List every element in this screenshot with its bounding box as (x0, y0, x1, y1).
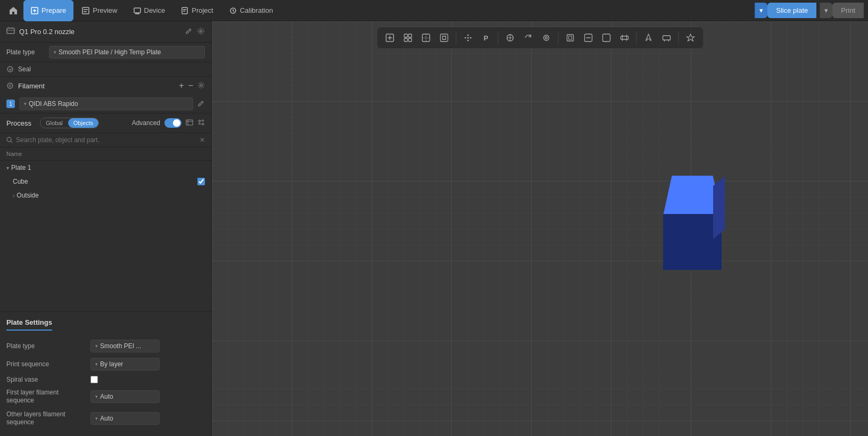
home-button[interactable] (4, 2, 22, 20)
setting-other-layers-row: Other layers filament sequence ▾ Auto (6, 408, 205, 430)
printer-gear-icon[interactable] (197, 27, 205, 37)
filament-edit-icon[interactable] (197, 100, 205, 109)
svg-rect-23 (440, 34, 448, 42)
filament-add-button[interactable]: + (179, 81, 184, 91)
toolbar-cut[interactable] (417, 29, 434, 46)
filament-name-dropdown[interactable]: ▾ QIDI ABS Rapido (19, 97, 193, 110)
toolbar-color[interactable] (640, 29, 657, 46)
advanced-toggle[interactable] (164, 118, 181, 128)
filament-number: 1 (6, 100, 15, 108)
tab-prepare-label: Prepare (42, 6, 66, 14)
toolbar-rotate[interactable] (519, 29, 536, 46)
svg-point-6 (200, 30, 202, 32)
setting-plate-type-label: Plate type (6, 342, 86, 350)
toggle-global[interactable]: Global (40, 118, 68, 128)
grid-background (212, 21, 868, 436)
toggle-objects[interactable]: Objects (68, 118, 98, 128)
sidebar: Q1 Pro 0.2 nozzle Plate type ▾ Smooth PE… (0, 21, 212, 436)
setting-spiral-vase-checkbox[interactable] (90, 376, 98, 383)
seal-icon (6, 65, 14, 73)
svg-rect-18 (404, 34, 407, 37)
svg-point-10 (200, 84, 202, 86)
toolbar-grid-view[interactable] (399, 29, 416, 46)
toolbar-support1[interactable] (561, 29, 578, 46)
search-icon (6, 137, 13, 143)
process-right: Advanced (132, 118, 205, 128)
outside-label: Outside (16, 192, 205, 199)
process-settings-icon[interactable] (197, 119, 205, 128)
setting-print-sequence-row: Print sequence ▾ By layer (6, 355, 205, 373)
filament-remove-button[interactable]: − (188, 81, 193, 91)
viewport: P (212, 21, 868, 436)
toolbar-support2[interactable] (580, 29, 597, 46)
print-button[interactable]: Print (832, 3, 864, 18)
printer-section: Q1 Pro 0.2 nozzle (0, 21, 211, 43)
toolbar-add-object[interactable] (381, 29, 398, 46)
svg-rect-11 (186, 120, 193, 125)
seal-row: Seal (0, 62, 211, 76)
list-item[interactable]: › Outside (0, 188, 211, 202)
svg-point-12 (199, 120, 201, 121)
toolbar: P (376, 27, 704, 49)
top-navigation: Prepare Preview Device Project Calibrati… (0, 0, 868, 21)
tab-prepare[interactable]: Prepare (23, 0, 73, 21)
setting-first-layer-dropdown[interactable]: ▾ Auto (90, 390, 160, 403)
printer-edit-icon[interactable] (185, 27, 193, 36)
plate-settings-title: Plate Settings (6, 318, 52, 331)
svg-rect-20 (404, 38, 407, 42)
svg-rect-30 (602, 34, 610, 42)
toolbar-divider4 (636, 31, 636, 44)
cube-label: Cube (13, 178, 197, 185)
3d-cube[interactable] (659, 176, 728, 287)
toolbar-support4[interactable] (616, 29, 633, 46)
list-item[interactable]: ▾ Plate 1 (0, 161, 211, 175)
plate-type-label: Plate type (6, 48, 44, 56)
slice-plate-dropdown[interactable]: ▾ (755, 3, 767, 18)
toolbar-divider (456, 31, 456, 44)
svg-rect-22 (422, 34, 429, 42)
filament-settings-icon[interactable] (197, 81, 205, 91)
toolbar-flatten[interactable] (658, 29, 675, 46)
tab-project[interactable]: Project (173, 0, 220, 21)
filament-label: Filament (18, 82, 175, 90)
printer-settings-icon[interactable] (6, 27, 15, 37)
process-list-icon[interactable] (186, 119, 193, 128)
filament-name-value: QIDI ABS Rapido (29, 100, 78, 108)
svg-point-14 (7, 137, 11, 142)
print-dropdown[interactable]: ▾ (820, 3, 832, 18)
svg-rect-3 (182, 7, 187, 14)
cube-checkbox[interactable] (197, 178, 205, 185)
setting-print-sequence-dropdown[interactable]: ▾ By layer (90, 358, 160, 371)
toolbar-special[interactable] (682, 29, 699, 46)
plate-type-value: Smooth PEI Plate / High Temp Plate (59, 48, 161, 56)
tab-preview[interactable]: Preview (75, 0, 125, 21)
process-label: Process (6, 119, 31, 127)
toolbar-p-button[interactable]: P (477, 29, 494, 46)
setting-spiral-vase-label: Spiral vase (6, 376, 86, 383)
plate-type-dropdown[interactable]: ▾ Smooth PEI Plate / High Temp Plate (49, 46, 205, 59)
setting-print-sequence-label: Print sequence (6, 360, 86, 368)
search-input[interactable] (16, 136, 196, 144)
toolbar-arrange[interactable] (435, 29, 452, 46)
toolbar-scale[interactable] (538, 29, 555, 46)
seal-label: Seal (18, 65, 31, 73)
tab-calibration[interactable]: Calibration (222, 0, 280, 21)
svg-point-26 (543, 35, 549, 40)
setting-other-layers-dropdown[interactable]: ▾ Auto (90, 412, 160, 425)
tab-device[interactable]: Device (126, 0, 173, 21)
slice-plate-button[interactable]: Slice plate (767, 3, 816, 18)
svg-rect-5 (7, 28, 14, 34)
chevron-right-icon: › (13, 193, 14, 199)
toolbar-support3[interactable] (598, 29, 615, 46)
toolbar-move[interactable] (459, 29, 476, 46)
plate-type-section: Plate type ▾ Smooth PEI Plate / High Tem… (0, 43, 211, 62)
setting-plate-type-dropdown[interactable]: ▾ Smooth PEI ... (90, 340, 160, 352)
svg-point-24 (467, 37, 469, 39)
svg-point-27 (545, 37, 547, 39)
list-header: Name (0, 147, 211, 161)
list-item[interactable]: Cube (0, 175, 211, 188)
svg-rect-32 (663, 36, 670, 40)
toolbar-orient[interactable] (501, 29, 518, 46)
search-clear-icon[interactable]: ✕ (200, 136, 205, 144)
tab-project-label: Project (192, 6, 213, 14)
